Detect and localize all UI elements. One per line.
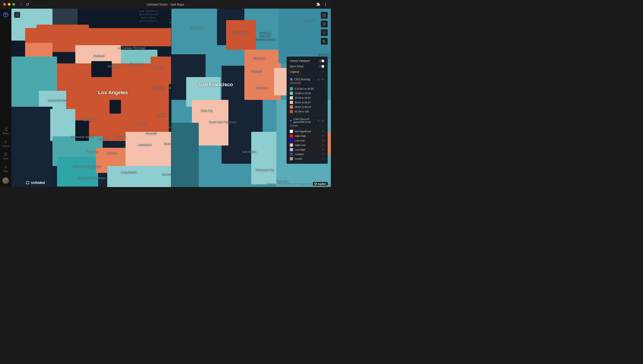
legend-header: Legend [290,70,324,74]
svg-point-2 [325,5,326,6]
svg-rect-9 [5,166,6,167]
minimize-window-button[interactable] [8,3,11,6]
eye-icon[interactable] [317,78,320,81]
titlebar: Unfolded Studio - Split Maps [0,0,331,9]
map-attribution: © Mapbox | Improve this map | Basemap by… [266,182,328,186]
legend-ramp-item: 66.67 to 83.34 [290,105,324,109]
map-pane-left[interactable]: SAN GABRIEL MOUNTAINS NATIONAL MONUMENT … [12,9,171,187]
eye-icon[interactable] [317,119,320,122]
collapse-icon[interactable] [321,70,324,74]
svg-rect-18 [290,120,292,122]
legend-ramp-item: 83.34 to 100 [290,109,324,114]
map-tools [321,12,328,45]
user-avatar[interactable] [3,178,9,184]
maximize-window-button[interactable] [12,3,15,6]
sidebar-item-share[interactable]: Share [3,127,9,135]
sync-zoom-toggle[interactable] [319,65,324,68]
svg-rect-13 [290,78,293,81]
geocoder-button[interactable] [321,29,328,36]
legend-icon [322,40,326,43]
sync-zoom-row: Sync Zoom [290,65,324,68]
refresh-icon[interactable] [322,130,324,133]
app-logo[interactable] [3,12,9,18]
city-label: La H [169,125,171,128]
more-menu-icon[interactable] [324,2,328,6]
close-window-button[interactable] [3,3,6,6]
title-right [316,2,328,6]
svg-point-1 [325,4,326,5]
sidebar-label: Export [3,145,9,147]
layer-icon [290,78,293,81]
layer-icon [290,119,292,122]
color-swatch [290,101,293,104]
unlock-viewport-toggle[interactable] [319,59,324,62]
reload-button[interactable] [26,2,29,6]
layer-ces-scoring: CES Scoring CIscoreP 0.01261 to 16.6816.… [290,75,324,114]
map-pane-right[interactable]: PINOLE VALLEY WATERSHED MOUNT DIABLO San… [171,9,331,187]
svg-point-0 [325,3,326,4]
refresh-icon[interactable] [322,157,324,160]
share-icon [4,127,8,131]
refresh-icon[interactable] [322,148,324,151]
layer-lisa: LISA CIscoreP perm=999 d=50 cluster Not … [290,115,324,161]
eye-icon[interactable] [321,119,324,122]
split-map-button[interactable] [321,12,328,19]
color-swatch [290,105,293,108]
chevron-right-icon [16,14,19,16]
svg-point-3 [4,129,5,130]
eye-icon[interactable] [321,78,324,81]
color-swatch [290,130,293,133]
legend-toggle-button[interactable] [321,38,328,45]
polygon-icon [322,31,326,34]
color-swatch [290,134,293,138]
slack-icon [4,165,8,169]
legend-cluster-item: Low-Low [290,138,324,143]
svg-rect-10 [6,168,6,168]
svg-rect-8 [6,167,7,168]
svg-point-24 [315,183,316,184]
refresh-icon[interactable] [322,144,324,146]
sidebar-item-export[interactable]: Export [3,140,9,147]
docs-icon [4,152,8,156]
svg-point-20 [318,120,319,121]
expand-panel-button[interactable] [14,12,20,18]
legend-cluster-item: Not Significant [290,129,324,134]
refresh-icon[interactable] [322,134,324,137]
sidebar-item-docs[interactable]: Docs [3,152,9,160]
legend-ramp-item: 33.34 to 50.01 [290,96,324,100]
sidebar-label: Docs [3,157,9,160]
cube-icon [322,22,326,26]
color-swatch [290,139,293,142]
color-swatch [290,110,293,113]
refresh-icon[interactable] [322,153,324,156]
mapbox-badge[interactable]: mapbox [313,182,328,186]
color-swatch [290,92,293,95]
window-title: Unfolded Studio - Split Maps [147,3,184,6]
book-icon [322,14,326,17]
back-button[interactable] [19,2,23,6]
unfolded-logo-icon [26,181,30,185]
sidebar-label: Help [4,170,8,172]
svg-point-4 [7,128,7,129]
svg-point-15 [318,79,319,80]
improve-map-link[interactable]: Improve this map [279,183,296,185]
svg-rect-12 [324,14,326,17]
legend-ramp-item: 50.01 to 66.67 [290,100,324,105]
unfolded-brand-badge[interactable]: Unfolded [26,181,45,185]
legend-ramp-item: 16.68 to 33.34 [290,91,324,96]
sidebar: Share Export Docs Help [0,9,12,187]
sidebar-item-help[interactable]: Help [4,165,8,172]
legend-cluster-item: Low-High [290,147,324,152]
color-swatch [290,157,293,160]
app-window: Unfolded Studio - Split Maps Share Expor… [0,0,331,187]
3d-button[interactable] [321,20,328,27]
city-label: La Cañada Flintridge [118,46,145,50]
color-swatch [290,96,293,100]
refresh-icon[interactable] [322,139,324,142]
extension-icon[interactable] [316,2,320,6]
traffic-lights [3,3,15,6]
map-container: SAN GABRIEL MOUNTAINS NATIONAL MONUMENT … [12,9,331,187]
svg-point-5 [7,130,7,131]
color-swatch [290,87,293,90]
legend-cluster-item: High-High [290,134,324,138]
